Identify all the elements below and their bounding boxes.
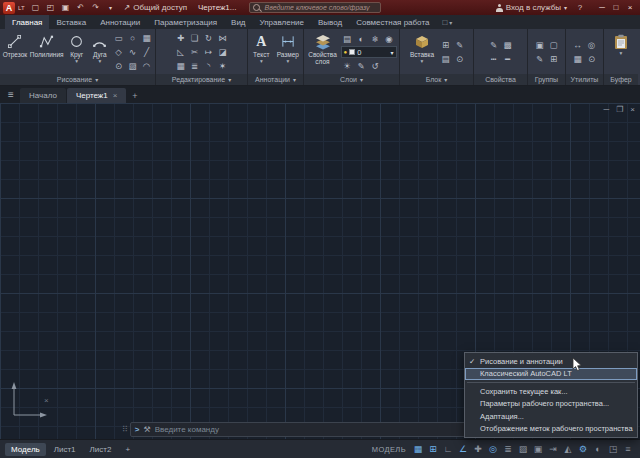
help-icon[interactable]: ? (574, 2, 586, 14)
customization-icon[interactable]: ≡ (621, 442, 635, 456)
text-button[interactable]: A Текст ▾ (250, 30, 273, 74)
workspace-gear-icon[interactable]: ⚙ (576, 442, 590, 456)
linetype-control-icon[interactable]: ┅ (487, 53, 500, 66)
dynamic-input-icon[interactable]: ⇥ (546, 442, 560, 456)
save-icon[interactable]: ▣ (60, 2, 72, 14)
isolate-objects-icon[interactable]: ◐ (591, 442, 605, 456)
open-icon[interactable]: ◰ (45, 2, 57, 14)
redo-icon[interactable]: ↷ (90, 2, 102, 14)
osnap-tracking-icon[interactable]: ✚ (471, 442, 485, 456)
layer-previous-icon[interactable]: ↺ (369, 59, 382, 72)
ribbon-tab[interactable]: Вид (224, 15, 252, 29)
dimension-button[interactable]: Размер ▾ (275, 30, 301, 74)
viewport-close-icon[interactable]: × (630, 105, 635, 114)
region-tool-icon[interactable]: ◠ (140, 60, 153, 73)
command-line[interactable]: ⠿ > ⚒ (122, 422, 470, 437)
layer-isolate-icon[interactable]: ◐ (355, 32, 368, 45)
drawing-canvas[interactable]: ─ ❐ × × ⠿ > ⚒ Рисование и аннотации (0, 103, 640, 439)
tab-start[interactable]: Начало (20, 88, 66, 103)
block-panel-label[interactable]: Блок ▾ (400, 74, 473, 85)
new-drawing-icon[interactable]: ▢ (30, 2, 42, 14)
polyline-button[interactable]: Полилиния (30, 30, 64, 74)
file-tabs-menu-icon[interactable]: ≡ (2, 86, 20, 103)
clipboard-panel-label[interactable]: Буфер (604, 74, 638, 85)
maximize-button[interactable]: □ (609, 1, 623, 14)
construction-line-tool-icon[interactable]: ╱ (140, 46, 153, 59)
measure-icon[interactable]: ↔ (571, 39, 584, 52)
layer-off-icon[interactable]: ☀ (341, 59, 354, 72)
array-tool-icon[interactable]: ▦ (174, 60, 187, 73)
ribbon-tab[interactable]: Совместная работа (349, 15, 436, 29)
group-manager-icon[interactable]: ⊞ (547, 53, 560, 66)
transparency-icon[interactable]: ▨ (516, 442, 530, 456)
app-logo-icon[interactable]: A (3, 2, 15, 14)
layer-match-icon[interactable]: ✎ (355, 59, 368, 72)
signin-button[interactable]: Вход в службы ▾ (492, 2, 571, 14)
layers-panel-label[interactable]: Слои ▾ (304, 74, 399, 85)
match-properties-icon[interactable]: ✎ (487, 39, 500, 52)
create-block-icon[interactable]: ⊞ (439, 39, 452, 52)
ribbon-tab[interactable]: Параметризация (147, 15, 224, 29)
add-layout-button[interactable]: + (119, 443, 136, 456)
lineweight-icon[interactable]: ≣ (501, 442, 515, 456)
block-editor-icon[interactable]: ✎ (453, 39, 466, 52)
ribbon-tab[interactable]: Аннотации (93, 15, 147, 29)
explode-tool-icon[interactable]: ✶ (216, 60, 229, 73)
annotation-scale-icon[interactable]: ◭ (561, 442, 575, 456)
line-button[interactable]: Отрезок (2, 30, 28, 74)
layer-lock-icon[interactable]: ◉ (383, 32, 396, 45)
workspace-menu-item[interactable]: Рисование и аннотации (465, 355, 637, 368)
osnap-icon[interactable]: ◎ (486, 442, 500, 456)
polygon-tool-icon[interactable]: ◇ (112, 46, 125, 59)
arc-button[interactable]: Дуга ▾ (90, 30, 110, 74)
new-drawing-tab-button[interactable]: + (127, 88, 142, 103)
ortho-icon[interactable]: ∟ (441, 442, 455, 456)
workspace-menu-action[interactable]: Параметры рабочего пространства... (465, 398, 637, 411)
groups-panel-label[interactable]: Группы (528, 74, 565, 85)
offset-tool-icon[interactable]: ≣ (188, 60, 201, 73)
group-edit-icon[interactable]: ✎ (533, 53, 546, 66)
rectangle-tool-icon[interactable]: ▭ (112, 32, 125, 45)
spline-tool-icon[interactable]: ∿ (126, 46, 139, 59)
selection-cycling-icon[interactable]: ▣ (531, 442, 545, 456)
workspace-menu-action[interactable]: Адаптация... (465, 410, 637, 423)
lineweight-control-icon[interactable]: ━ (501, 53, 514, 66)
search-input[interactable] (264, 4, 377, 11)
group-icon[interactable]: ▣ (533, 39, 546, 52)
stretch-tool-icon[interactable]: ↦ (202, 46, 215, 59)
properties-panel-label[interactable]: Свойства (474, 74, 527, 85)
copy-tool-icon[interactable]: ❏ (188, 32, 201, 45)
ellipse-tool-icon[interactable]: ○ (126, 32, 139, 45)
draw-panel-label[interactable]: Рисование ▾ (0, 74, 155, 85)
annotation-panel-label[interactable]: Аннотации ▾ (248, 74, 303, 85)
layout1-tab[interactable]: Лист1 (48, 443, 82, 456)
erase-tool-icon[interactable]: ◪ (216, 46, 229, 59)
close-button[interactable]: × (623, 1, 637, 14)
clean-screen-icon[interactable]: ◳ (606, 442, 620, 456)
grid-icon[interactable]: ▦ (411, 442, 425, 456)
define-attribute-icon[interactable]: ▤ (439, 53, 452, 66)
space-toggle-label[interactable]: МОДЕЛЬ (372, 445, 406, 454)
command-line-grip[interactable]: ⠿ (122, 425, 128, 434)
scale-tool-icon[interactable]: ◺ (174, 46, 187, 59)
share-button[interactable]: ↗ Общий доступ (120, 2, 191, 14)
snap-icon[interactable]: ⊞ (426, 442, 440, 456)
mirror-tool-icon[interactable]: ⋈ (216, 32, 229, 45)
circle-button[interactable]: Круг ▾ (66, 30, 88, 74)
viewport-restore-icon[interactable]: ❐ (616, 105, 623, 114)
ungroup-icon[interactable]: ▢ (547, 39, 560, 52)
color-control-icon[interactable]: ▩ (501, 39, 514, 52)
model-tab[interactable]: Модель (5, 443, 46, 456)
move-tool-icon[interactable]: ✚ (174, 32, 187, 45)
ribbon-tab[interactable]: Вставка (49, 15, 93, 29)
tab-close-icon[interactable]: × (113, 91, 118, 100)
command-input[interactable] (155, 425, 465, 434)
ribbon-tab[interactable]: Главная (5, 15, 49, 29)
ribbon-tab[interactable]: Вывод (311, 15, 349, 29)
undo-icon[interactable]: ↶ (75, 2, 87, 14)
insert-block-button[interactable]: Вставка ▾ (407, 30, 437, 74)
modify-panel-label[interactable]: Редактирование ▾ (156, 74, 247, 85)
utilities-panel-label[interactable]: Утилиты (566, 74, 603, 85)
viewport-minimize-icon[interactable]: ─ (603, 105, 609, 114)
polar-tracking-icon[interactable]: ∠ (456, 442, 470, 456)
